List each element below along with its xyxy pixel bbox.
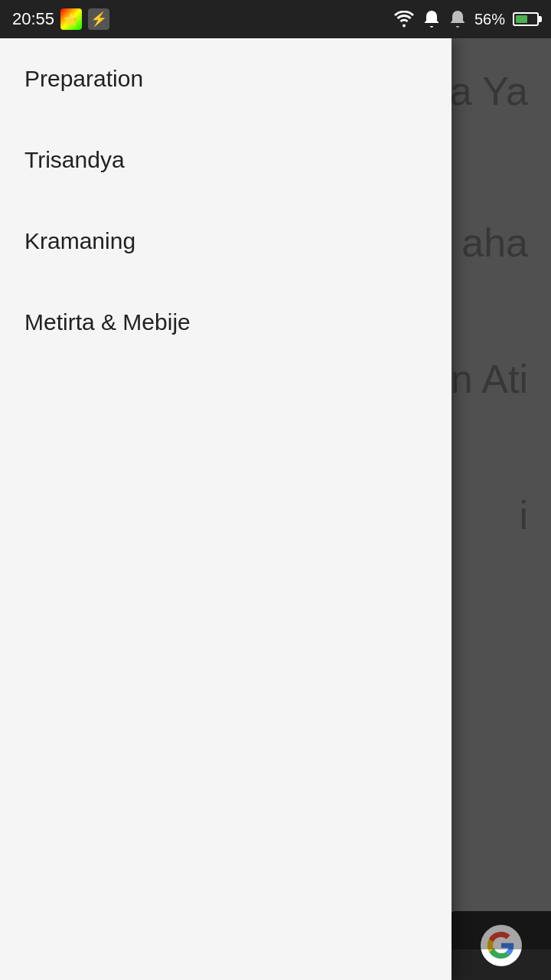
drawer-item-kramaning[interactable]: Kramaning xyxy=(0,201,452,282)
notification-bell-icon xyxy=(422,9,441,29)
drawer-item-preparation[interactable]: Preparation xyxy=(0,38,452,119)
star-icon: ⭐ xyxy=(60,8,82,30)
drawer-label-preparation: Preparation xyxy=(24,66,143,92)
time-display: 20:55 xyxy=(12,9,54,29)
wifi-icon xyxy=(393,11,415,28)
drawer-label-metirta-mebije: Metirta & Mebije xyxy=(24,309,191,335)
drawer-label-trisandya: Trisandya xyxy=(24,147,125,173)
alarm-icon xyxy=(448,9,467,29)
navigation-drawer: Preparation Trisandya Kramaning Metirta … xyxy=(0,38,452,980)
status-bar: 20:55 ⭐ ⚡ 56% xyxy=(0,0,551,38)
drawer-item-metirta-mebije[interactable]: Metirta & Mebije xyxy=(0,282,452,363)
status-left: 20:55 ⭐ ⚡ xyxy=(12,8,109,30)
usb-icon: ⚡ xyxy=(88,8,109,30)
battery-icon xyxy=(513,12,539,26)
drawer-label-kramaning: Kramaning xyxy=(24,228,135,254)
drawer-scrim[interactable] xyxy=(452,38,551,949)
battery-percent: 56% xyxy=(474,11,505,28)
status-right: 56% xyxy=(393,9,539,29)
drawer-item-trisandya[interactable]: Trisandya xyxy=(0,119,452,201)
